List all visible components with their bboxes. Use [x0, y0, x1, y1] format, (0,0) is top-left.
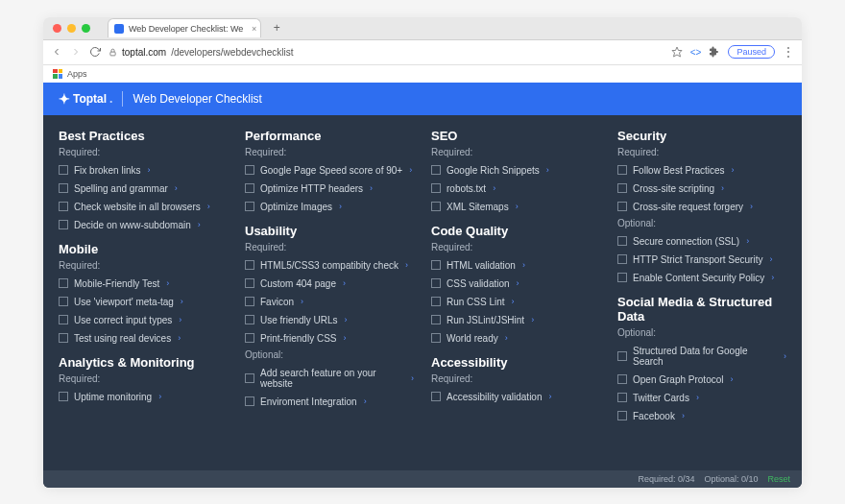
checkbox-icon[interactable]: [617, 165, 627, 175]
checklist-item[interactable]: Facebook›: [617, 409, 786, 423]
checklist-item[interactable]: Add search feature on your website›: [245, 366, 414, 391]
checkbox-icon[interactable]: [245, 278, 254, 288]
checkbox-icon[interactable]: [431, 165, 441, 175]
chevron-right-icon[interactable]: ›: [731, 374, 734, 384]
traffic-max-icon[interactable]: [82, 24, 90, 33]
checklist-item[interactable]: Use friendly URLs›: [245, 313, 414, 327]
menu-icon[interactable]: ⋮: [783, 45, 794, 59]
url-field[interactable]: toptal.com/developers/webdevchecklist: [109, 47, 664, 58]
checklist-item[interactable]: Use 'viewport' meta-tag›: [59, 295, 228, 309]
checkbox-icon[interactable]: [617, 202, 627, 211]
checkbox-icon[interactable]: [617, 236, 627, 246]
chevron-right-icon[interactable]: ›: [370, 183, 373, 193]
checklist-item[interactable]: HTML validation›: [431, 258, 600, 273]
chevron-right-icon[interactable]: ›: [178, 333, 181, 343]
checklist-item[interactable]: Follow Best Practices›: [617, 163, 786, 178]
checklist-item[interactable]: Google Rich Snippets›: [431, 163, 600, 178]
brand-logo[interactable]: ✦ Toptal.: [59, 91, 112, 107]
chevron-right-icon[interactable]: ›: [546, 165, 549, 175]
checklist-item[interactable]: Optimize Images›: [245, 200, 414, 214]
chevron-right-icon[interactable]: ›: [696, 393, 699, 402]
checklist-item[interactable]: Optimize HTTP headers›: [245, 181, 414, 196]
chevron-right-icon[interactable]: ›: [207, 202, 210, 211]
checklist-item[interactable]: robots.txt›: [431, 181, 600, 196]
checkbox-icon[interactable]: [59, 297, 68, 306]
chevron-right-icon[interactable]: ›: [198, 220, 201, 229]
profile-paused-badge[interactable]: Paused: [728, 45, 775, 59]
checkbox-icon[interactable]: [59, 165, 68, 175]
checkbox-icon[interactable]: [245, 333, 254, 343]
chevron-right-icon[interactable]: ›: [405, 260, 408, 270]
browser-tab[interactable]: Web Developer Checklist: We ×: [108, 18, 261, 37]
chevron-right-icon[interactable]: ›: [746, 236, 749, 246]
checkbox-icon[interactable]: [431, 183, 441, 193]
checklist-item[interactable]: Open Graph Protocol›: [617, 372, 786, 387]
chevron-right-icon[interactable]: ›: [409, 165, 412, 175]
chevron-right-icon[interactable]: ›: [179, 315, 181, 324]
chevron-right-icon[interactable]: ›: [158, 392, 161, 401]
chevron-right-icon[interactable]: ›: [549, 392, 552, 401]
checkbox-icon[interactable]: [245, 297, 254, 306]
dev-icon[interactable]: <>: [690, 47, 702, 58]
chevron-right-icon[interactable]: ›: [339, 202, 342, 211]
chevron-right-icon[interactable]: ›: [166, 278, 169, 288]
checkbox-icon[interactable]: [431, 260, 441, 270]
apps-icon[interactable]: [53, 69, 62, 79]
chevron-right-icon[interactable]: ›: [771, 273, 774, 282]
chevron-right-icon[interactable]: ›: [516, 202, 519, 211]
checkbox-icon[interactable]: [245, 165, 254, 175]
star-icon[interactable]: [671, 46, 683, 58]
checkbox-icon[interactable]: [59, 333, 68, 343]
chevron-right-icon[interactable]: ›: [522, 260, 525, 270]
checkbox-icon[interactable]: [431, 392, 441, 401]
checklist-item[interactable]: Structured Data for Google Search›: [617, 344, 786, 369]
chevron-right-icon[interactable]: ›: [493, 183, 495, 193]
chevron-right-icon[interactable]: ›: [732, 165, 735, 175]
checklist-item[interactable]: CSS validation›: [431, 276, 600, 291]
checklist-item[interactable]: Spelling and grammar›: [59, 181, 228, 196]
chevron-right-icon[interactable]: ›: [345, 315, 348, 324]
chevron-right-icon[interactable]: ›: [147, 165, 150, 175]
chevron-right-icon[interactable]: ›: [343, 333, 346, 343]
checklist-item[interactable]: Secure connection (SSL)›: [617, 234, 786, 249]
chevron-right-icon[interactable]: ›: [364, 396, 367, 406]
reset-link[interactable]: Reset: [767, 474, 790, 484]
checklist-item[interactable]: XML Sitemaps›: [431, 200, 600, 214]
chevron-right-icon[interactable]: ›: [531, 315, 534, 324]
checkbox-icon[interactable]: [617, 351, 627, 361]
checklist-item[interactable]: Favicon›: [245, 295, 414, 309]
checkbox-icon[interactable]: [431, 297, 441, 306]
checkbox-icon[interactable]: [617, 183, 627, 193]
checklist-item[interactable]: Decide on www-subdomain›: [59, 218, 228, 232]
checkbox-icon[interactable]: [617, 273, 627, 282]
checklist-item[interactable]: Cross-site request forgery›: [617, 200, 786, 214]
checklist-item[interactable]: Mobile-Friendly Test›: [59, 276, 228, 291]
new-tab-button[interactable]: +: [267, 21, 286, 35]
chevron-right-icon[interactable]: ›: [181, 297, 183, 306]
checkbox-icon[interactable]: [245, 202, 254, 211]
checklist-item[interactable]: Uptime monitoring›: [59, 390, 228, 404]
checkbox-icon[interactable]: [245, 396, 254, 406]
checklist-item[interactable]: HTML5/CSS3 compatibity check›: [245, 258, 414, 273]
back-icon[interactable]: [51, 46, 62, 58]
chevron-right-icon[interactable]: ›: [682, 411, 685, 420]
checklist-item[interactable]: Run CSS Lint›: [431, 295, 600, 309]
checklist-item[interactable]: Accessibility validation›: [431, 390, 600, 404]
chevron-right-icon[interactable]: ›: [517, 278, 519, 288]
traffic-close-icon[interactable]: [53, 24, 61, 33]
checkbox-icon[interactable]: [245, 315, 254, 324]
checklist-item[interactable]: World ready›: [431, 331, 600, 346]
checkbox-icon[interactable]: [59, 278, 68, 288]
chevron-right-icon[interactable]: ›: [411, 373, 414, 383]
chevron-right-icon[interactable]: ›: [784, 351, 786, 361]
traffic-min-icon[interactable]: [67, 24, 76, 33]
chevron-right-icon[interactable]: ›: [750, 202, 753, 211]
checkbox-icon[interactable]: [431, 278, 441, 288]
checklist-item[interactable]: Twitter Cards›: [617, 391, 786, 405]
checkbox-icon[interactable]: [59, 220, 68, 229]
checkbox-icon[interactable]: [431, 202, 441, 211]
checkbox-icon[interactable]: [59, 392, 68, 401]
checkbox-icon[interactable]: [431, 333, 441, 343]
checkbox-icon[interactable]: [59, 315, 68, 324]
tab-close-icon[interactable]: ×: [252, 24, 256, 34]
